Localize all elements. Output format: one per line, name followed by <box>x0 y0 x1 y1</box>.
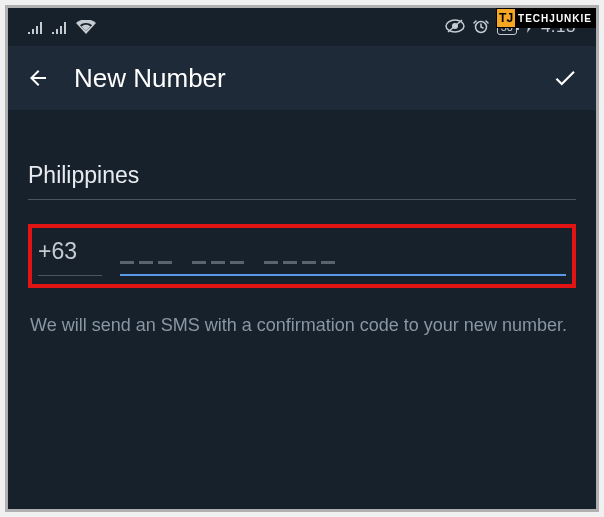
content-area: Philippines +63 We will send an SMS with… <box>8 110 596 359</box>
country-code-input[interactable]: +63 <box>38 238 102 276</box>
eye-comfort-icon <box>445 18 465 36</box>
app-header: New Number <box>8 46 596 110</box>
page-title: New Number <box>74 63 528 94</box>
wifi-icon <box>76 20 96 34</box>
watermark-logo: TJ <box>496 8 516 28</box>
confirm-button[interactable] <box>552 65 578 91</box>
watermark: TJ TECHJUNKIE <box>496 8 596 28</box>
status-left <box>28 20 96 34</box>
back-button[interactable] <box>26 66 50 90</box>
svg-line-2 <box>448 20 462 32</box>
help-text: We will send an SMS with a confirmation … <box>28 312 576 339</box>
screenshot-frame: TJ TECHJUNKIE 30 4:13 <box>5 5 599 512</box>
phone-number-row: +63 <box>38 238 566 276</box>
country-selector[interactable]: Philippines <box>28 162 576 200</box>
signal-icon-2 <box>52 20 68 34</box>
phone-number-input[interactable] <box>120 261 566 276</box>
alarm-icon <box>473 18 489 37</box>
signal-icon-1 <box>28 20 44 34</box>
watermark-brand: TECHJUNKIE <box>516 8 596 28</box>
annotation-highlight: +63 <box>28 224 576 288</box>
